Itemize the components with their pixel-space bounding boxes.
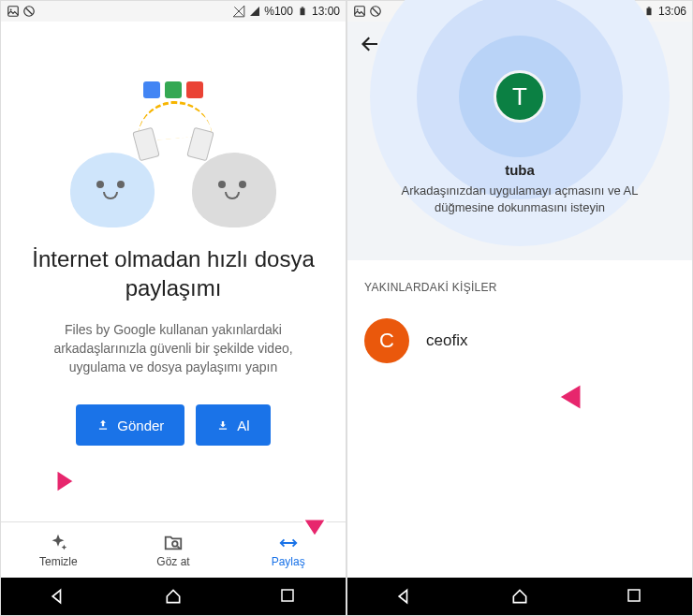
- radar-area: T tuba Arkadaşınızdan uygulamayı açmasın…: [347, 22, 692, 260]
- nav-browse-label: Göz at: [156, 555, 189, 568]
- nearby-people-section: YAKINLARDAKİ KİŞİLER C ceofix: [347, 260, 692, 363]
- home-btn[interactable]: [510, 587, 529, 606]
- nearby-screen: T tuba Arkadaşınızdan uygulamayı açmasın…: [347, 22, 692, 578]
- svg-point-5: [172, 541, 178, 547]
- peer-name: ceofix: [426, 331, 467, 350]
- nav-share[interactable]: Paylaş: [230, 522, 346, 578]
- my-avatar-initial: T: [512, 82, 527, 111]
- svg-rect-7: [355, 7, 365, 17]
- button-row: Gönder Al: [76, 404, 270, 446]
- no-data-icon: [22, 5, 36, 18]
- svg-point-1: [10, 8, 12, 10]
- send-button-label: Gönder: [117, 418, 164, 433]
- clock-text: 13:00: [312, 5, 340, 18]
- android-navbar: [1, 578, 346, 615]
- instruction-text: Arkadaşınızdan uygulamayı açmasını ve AL…: [347, 183, 692, 215]
- sparkle-icon: [48, 533, 68, 553]
- section-title: YAKINLARDAKİ KİŞİLER: [364, 281, 675, 294]
- svg-point-8: [357, 8, 359, 10]
- image-icon: [7, 5, 20, 18]
- bottom-nav: Temizle Göz at Paylaş: [1, 521, 346, 578]
- status-bar: %100 13:00: [1, 1, 346, 22]
- image-icon: [353, 5, 366, 18]
- recent-btn[interactable]: [279, 587, 298, 606]
- phone-left: %100 13:00 İnternet: [0, 0, 346, 616]
- nav-share-label: Paylaş: [272, 555, 305, 568]
- svg-rect-4: [302, 7, 304, 7]
- svg-rect-0: [8, 7, 19, 17]
- send-button[interactable]: Gönder: [76, 404, 184, 446]
- svg-rect-6: [282, 590, 293, 601]
- upload-icon: [96, 418, 110, 432]
- home-btn[interactable]: [164, 587, 183, 606]
- nav-browse[interactable]: Göz at: [116, 522, 231, 578]
- recent-btn[interactable]: [626, 587, 644, 606]
- peer-avatar-initial: C: [379, 329, 394, 353]
- signal-icon: [232, 5, 245, 18]
- battery-text: %100: [264, 5, 293, 18]
- clock-text: 13:06: [658, 5, 686, 18]
- svg-rect-13: [628, 590, 640, 601]
- no-sim-icon: [248, 5, 261, 18]
- svg-rect-12: [648, 7, 651, 7]
- svg-rect-3: [300, 8, 304, 16]
- back-btn[interactable]: [395, 587, 414, 606]
- page-title: İnternet olmadan hızlı dosya paylaşımı: [18, 244, 329, 302]
- share-illustration: [70, 68, 276, 227]
- download-icon: [216, 418, 229, 432]
- peer-item[interactable]: C ceofix: [364, 318, 675, 363]
- my-avatar: T: [494, 70, 546, 123]
- peer-avatar: C: [364, 318, 409, 363]
- folder-search-icon: [163, 533, 184, 553]
- no-data-icon: [369, 5, 382, 18]
- android-navbar: [347, 578, 692, 615]
- share-screen: İnternet olmadan hızlı dosya paylaşımı F…: [1, 22, 346, 521]
- phone-right: %99 13:06 T tuba Arkadaşınızdan uygulama…: [346, 0, 693, 616]
- back-button[interactable]: [359, 33, 381, 55]
- receive-button-label: Al: [237, 418, 249, 433]
- battery-icon: [296, 5, 309, 18]
- share-arrows-icon: [278, 533, 299, 553]
- receive-button[interactable]: Al: [196, 404, 270, 446]
- my-name: tuba: [505, 162, 535, 178]
- nav-clean[interactable]: Temizle: [1, 522, 116, 578]
- svg-rect-11: [646, 8, 651, 16]
- back-btn[interactable]: [49, 587, 67, 606]
- nav-clean-label: Temizle: [39, 555, 78, 568]
- page-subtitle: Files by Google kullanan yakınlardaki ar…: [18, 321, 329, 376]
